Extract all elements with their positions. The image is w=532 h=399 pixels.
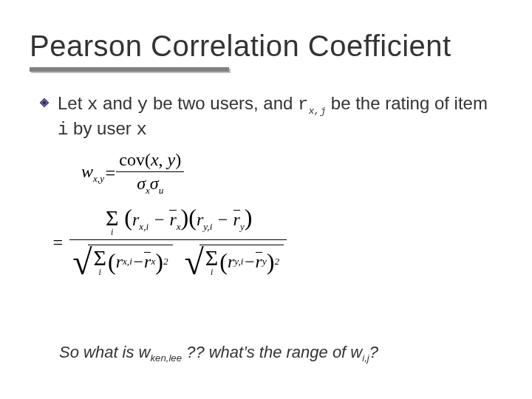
lhs: wx,y <box>81 162 104 185</box>
var-r: rx,j <box>298 95 326 115</box>
var-i: i <box>58 120 68 140</box>
eq: = <box>104 163 116 183</box>
title-underline <box>30 67 229 72</box>
t: be two users, and <box>148 93 298 113</box>
q-end: ? <box>369 343 378 361</box>
t: be the rating of item <box>326 93 488 113</box>
q-mid: ?? what’s the range of w <box>182 343 362 361</box>
q-sub2: i,j <box>362 352 369 364</box>
slide: Pearson Correlation Coefficient Let x an… <box>0 0 532 399</box>
t: Let <box>58 93 87 113</box>
slide-title: Pearson Correlation Coefficient <box>30 30 502 63</box>
sigma-icon: Σi <box>106 207 118 236</box>
diamond-bullet-icon <box>38 97 50 112</box>
bullet-item: Let x and y be two users, and rx,j be th… <box>38 92 502 141</box>
fraction-main: Σi (rx,i − rx)(ry,i − ry) √ Σi (rx,i − r… <box>69 207 287 279</box>
q-pre: So what is w <box>59 343 151 361</box>
formula-block: wx,y = cov(x, y) σxσu = Σi (rx,i − rx)(r… <box>81 150 502 278</box>
bullet-text: Let x and y be two users, and rx,j be th… <box>58 92 502 141</box>
var-x2: x <box>136 120 146 140</box>
q-sub1: ken,lee <box>151 352 183 364</box>
var-y: y <box>137 95 148 115</box>
formula-line-2: = Σi (rx,i − rx)(ry,i − ry) √ Σi (rx,i −… <box>52 207 502 279</box>
t: and <box>98 93 137 113</box>
var-x: x <box>87 95 98 115</box>
fraction-cov: cov(x, y) σxσu <box>116 150 184 197</box>
sqrt-right: √ Σi (ry,i − ry)2 <box>185 245 284 276</box>
t: by user <box>68 118 136 138</box>
eq2: = <box>52 233 64 253</box>
formula-line-1: wx,y = cov(x, y) σxσu <box>81 150 502 197</box>
sqrt-left: √ Σi (rx,i − rx)2 <box>72 245 172 276</box>
question-line: So what is wken,lee ?? what’s the range … <box>59 343 502 364</box>
